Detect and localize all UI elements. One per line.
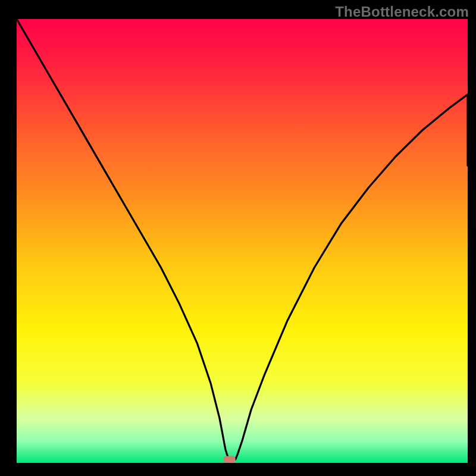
optimum-marker (224, 456, 236, 463)
watermark-text: TheBottleneck.com (335, 4, 469, 20)
bottleneck-chart (0, 0, 476, 476)
plot-gradient-background (17, 19, 468, 463)
chart-frame: { "watermark": "TheBottleneck.com", "cha… (0, 0, 476, 476)
